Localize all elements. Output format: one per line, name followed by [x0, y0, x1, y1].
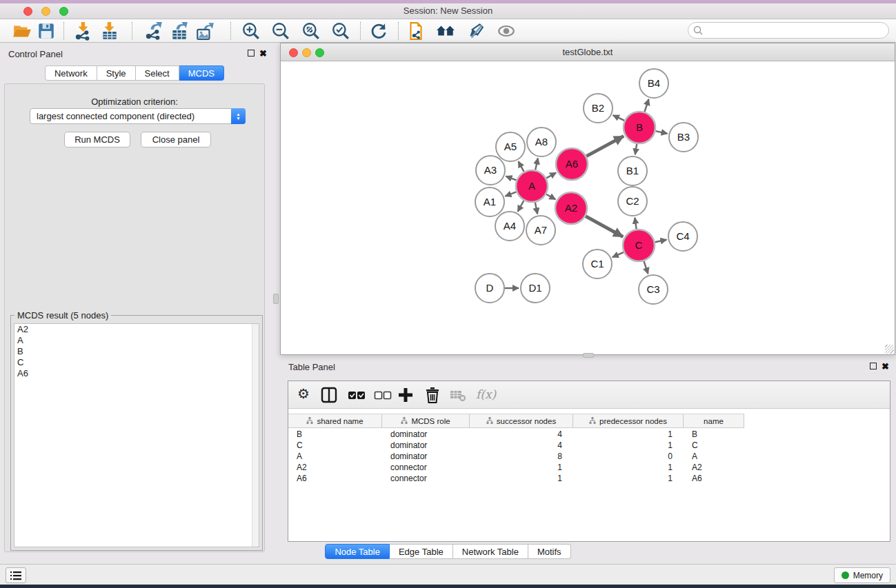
node-C1[interactable]: C1 — [583, 250, 612, 278]
settings-gear-icon[interactable]: ⚙ — [295, 385, 312, 403]
cell-predecessor-nodes[interactable]: 1 — [573, 462, 684, 473]
deselect-all-icon[interactable] — [374, 386, 392, 404]
close-panel-button[interactable]: Close panel — [141, 132, 211, 148]
node-A7[interactable]: A7 — [526, 216, 555, 245]
network-canvas[interactable]: B4B2BB3A5A8A6A3B1AA1C2A2A4A7C4CC1C3DD1 — [281, 62, 895, 357]
split-panel-icon[interactable] — [320, 386, 338, 404]
node-C3[interactable]: C3 — [639, 275, 668, 304]
node-A8[interactable]: A8 — [527, 128, 556, 156]
table-row[interactable]: A2connector11A2 — [288, 462, 890, 473]
close-traffic-light[interactable] — [23, 7, 32, 16]
edge-B-B3[interactable] — [655, 131, 667, 134]
mcds-result-item[interactable]: A — [14, 335, 259, 346]
optimization-criterion-select[interactable]: largest connected component (directed) ▲… — [30, 108, 246, 124]
scrollbar-track[interactable] — [252, 324, 259, 547]
table-row[interactable]: Adominator80A — [288, 451, 890, 462]
table-panel-float-icon[interactable] — [870, 363, 877, 369]
cell-successor-nodes[interactable]: 1 — [470, 462, 573, 473]
zoom-traffic-light[interactable] — [315, 48, 324, 57]
zoom-traffic-light[interactable] — [59, 7, 68, 16]
search-input[interactable] — [703, 23, 888, 37]
cell-predecessor-nodes[interactable]: 1 — [573, 473, 684, 484]
network-graph[interactable]: B4B2BB3A5A8A6A3B1AA1C2A2A4A7C4CC1C3DD1 — [281, 62, 895, 354]
task-list-button[interactable] — [6, 567, 26, 583]
select-all-icon[interactable] — [348, 386, 366, 404]
home-icon[interactable] — [436, 21, 455, 41]
toggle-annotations-icon[interactable] — [466, 21, 485, 41]
mcds-result-list[interactable]: A2ABCA6 — [14, 323, 259, 547]
edge-C-C4[interactable] — [655, 240, 667, 242]
cell-successor-nodes[interactable]: 1 — [470, 473, 573, 484]
export-network-icon[interactable] — [144, 21, 163, 41]
close-traffic-light[interactable] — [289, 48, 298, 57]
cell-MCDS-role[interactable]: connector — [382, 473, 470, 484]
horizontal-split-handle[interactable] — [583, 353, 594, 358]
tab-style[interactable]: Style — [97, 65, 136, 81]
zoom-in-icon[interactable] — [241, 21, 261, 41]
node-B1[interactable]: B1 — [618, 156, 647, 185]
node-C2[interactable]: C2 — [618, 187, 647, 216]
node-B4[interactable]: B4 — [639, 69, 668, 98]
tab-mcds[interactable]: MCDS — [179, 65, 224, 81]
cell-name[interactable]: C — [684, 440, 744, 451]
cell-successor-nodes[interactable]: 4 — [470, 440, 573, 451]
network-window-titlebar[interactable]: testGlobe.txt — [281, 43, 895, 61]
edge-A-A3[interactable] — [506, 176, 516, 181]
mcds-result-item[interactable]: A6 — [14, 368, 259, 379]
node-A4[interactable]: A4 — [495, 212, 524, 241]
edge-A-A8[interactable] — [535, 158, 538, 170]
node-B[interactable]: B — [624, 112, 655, 143]
node-A2[interactable]: A2 — [555, 192, 587, 224]
mcds-result-item[interactable]: C — [14, 357, 259, 368]
delete-table-icon[interactable] — [449, 386, 467, 404]
save-session-icon[interactable] — [37, 21, 56, 41]
control-panel-float-icon[interactable] — [248, 50, 255, 57]
edge-A-A5[interactable] — [518, 161, 524, 172]
cell-MCDS-role[interactable]: connector — [382, 462, 470, 473]
open-file-icon[interactable] — [12, 21, 32, 41]
edge-A-A2[interactable] — [546, 194, 555, 200]
cell-predecessor-nodes[interactable]: 1 — [573, 440, 684, 451]
column-header-successor-nodes[interactable]: successor nodes — [470, 414, 573, 427]
cell-predecessor-nodes[interactable]: 0 — [573, 451, 684, 462]
edge-C-C3[interactable] — [644, 261, 648, 274]
tab-edge-table[interactable]: Edge Table — [390, 544, 453, 559]
eye-icon[interactable] — [497, 21, 516, 41]
cell-name[interactable]: A2 — [684, 462, 744, 473]
node-C[interactable]: C — [623, 230, 655, 261]
cell-successor-nodes[interactable]: 4 — [470, 429, 573, 440]
edge-A-A6[interactable] — [546, 173, 556, 179]
zoom-out-icon[interactable] — [271, 21, 290, 41]
cell-shared-name[interactable]: A2 — [288, 462, 382, 473]
resize-grip-icon[interactable] — [885, 345, 894, 354]
export-image-icon[interactable] — [195, 21, 215, 41]
import-table-icon[interactable] — [100, 21, 119, 41]
node-A3[interactable]: A3 — [476, 156, 505, 185]
cell-predecessor-nodes[interactable]: 1 — [573, 429, 684, 440]
run-mcds-button[interactable]: Run MCDS — [64, 132, 130, 148]
cell-name[interactable]: A — [684, 451, 744, 462]
cell-shared-name[interactable]: A — [288, 451, 382, 462]
tab-motifs[interactable]: Motifs — [528, 544, 571, 559]
import-network-icon[interactable] — [74, 21, 93, 41]
node-B2[interactable]: B2 — [584, 94, 613, 123]
node-D1[interactable]: D1 — [521, 274, 550, 303]
tab-network-table[interactable]: Network Table — [453, 544, 528, 559]
column-header-name[interactable]: name — [684, 414, 744, 427]
cell-name[interactable]: A6 — [684, 473, 744, 484]
column-header-predecessor-nodes[interactable]: predecessor nodes — [573, 414, 684, 427]
edge-B-B1[interactable] — [635, 144, 637, 155]
memory-button[interactable]: Memory — [834, 567, 890, 583]
edge-C-C2[interactable] — [635, 218, 636, 229]
clone-network-icon[interactable] — [406, 21, 426, 41]
node-C4[interactable]: C4 — [668, 222, 697, 251]
edge-A-A7[interactable] — [535, 203, 537, 214]
delete-column-icon[interactable] — [424, 386, 441, 404]
node-D[interactable]: D — [475, 274, 504, 303]
minimize-traffic-light[interactable] — [41, 7, 50, 16]
search-field[interactable] — [688, 22, 889, 39]
edge-B-B4[interactable] — [644, 99, 648, 112]
function-builder-icon[interactable]: f(x) — [476, 387, 494, 405]
edge-A6-B[interactable] — [586, 136, 624, 156]
node-B3[interactable]: B3 — [669, 123, 698, 152]
